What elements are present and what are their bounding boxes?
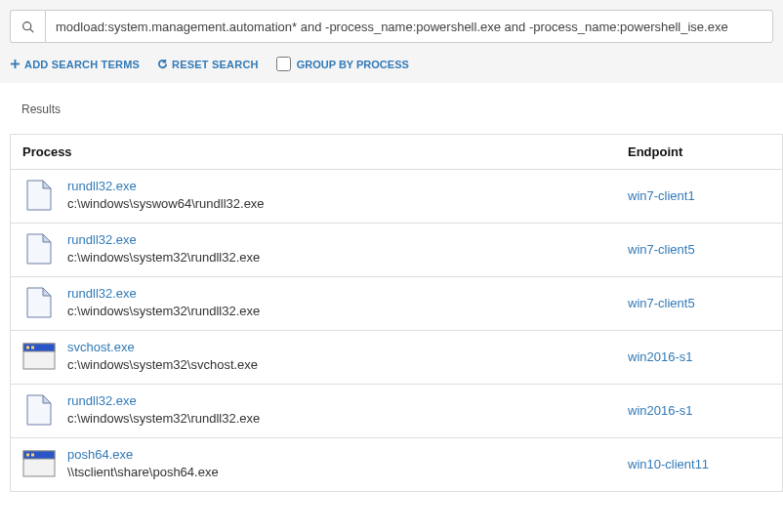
process-name-link[interactable]: posh64.exe — [67, 446, 219, 464]
reset-search-label: RESET SEARCH — [172, 59, 259, 70]
window-icon — [22, 339, 56, 374]
svg-rect-19 — [31, 454, 34, 457]
process-path: c:\windows\system32\rundll32.exe — [67, 249, 260, 266]
process-path: c:\windows\system32\rundll32.exe — [67, 410, 260, 428]
process-path: c:\windows\system32\svchost.exe — [67, 356, 258, 374]
process-cell: posh64.exe\\tsclient\share\posh64.exe — [22, 446, 628, 481]
endpoint-link[interactable]: win7-client5 — [628, 296, 770, 310]
search-icon[interactable] — [10, 10, 45, 43]
process-cell: rundll32.exec:\windows\system32\rundll32… — [22, 285, 628, 320]
process-cell: rundll32.exec:\windows\syswow64\rundll32… — [22, 178, 628, 213]
column-header-process[interactable]: Process — [22, 144, 628, 159]
endpoint-link[interactable]: win7-client5 — [628, 242, 770, 257]
file-icon — [22, 285, 56, 320]
svg-marker-5 — [43, 181, 51, 188]
process-text: rundll32.exec:\windows\system32\rundll32… — [67, 231, 260, 266]
process-name-link[interactable]: rundll32.exe — [67, 285, 260, 303]
process-path: c:\windows\syswow64\rundll32.exe — [67, 195, 265, 213]
process-text: posh64.exe\\tsclient\share\posh64.exe — [67, 446, 219, 480]
add-search-terms-button[interactable]: ADD SEARCH TERMS — [10, 59, 140, 70]
process-name-link[interactable]: rundll32.exe — [67, 178, 265, 195]
process-path: \\tsclient\share\posh64.exe — [67, 464, 219, 481]
table-body: rundll32.exec:\windows\syswow64\rundll32… — [11, 170, 782, 492]
search-input[interactable] — [45, 10, 773, 43]
process-text: rundll32.exec:\windows\system32\rundll32… — [67, 392, 260, 427]
svg-marker-7 — [43, 234, 51, 242]
svg-rect-18 — [26, 454, 29, 457]
group-by-process-checkbox[interactable] — [276, 57, 291, 71]
add-search-terms-label: ADD SEARCH TERMS — [24, 59, 140, 70]
process-text: rundll32.exec:\windows\system32\rundll32… — [67, 285, 260, 319]
file-icon — [22, 392, 56, 428]
svg-marker-15 — [43, 395, 51, 403]
process-text: svchost.exec:\windows\system32\svchost.e… — [67, 339, 258, 373]
group-by-process-toggle[interactable]: GROUP BY PROCESS — [276, 57, 409, 71]
table-row[interactable]: svchost.exec:\windows\system32\svchost.e… — [11, 331, 782, 385]
table-header-row: Process Endpoint — [11, 135, 782, 170]
reset-search-button[interactable]: RESET SEARCH — [157, 59, 259, 70]
action-row: ADD SEARCH TERMS RESET SEARCH GROUP BY P… — [10, 57, 773, 71]
endpoint-link[interactable]: win10-client11 — [628, 457, 770, 471]
svg-rect-12 — [26, 347, 29, 349]
endpoint-link[interactable]: win2016-s1 — [628, 403, 770, 418]
group-by-process-label: GROUP BY PROCESS — [297, 59, 409, 70]
results-table: Process Endpoint rundll32.exec:\windows\… — [10, 134, 783, 492]
table-row[interactable]: rundll32.exec:\windows\system32\rundll32… — [11, 277, 782, 331]
process-name-link[interactable]: svchost.exe — [67, 339, 258, 356]
search-panel: ADD SEARCH TERMS RESET SEARCH GROUP BY P… — [0, 0, 783, 83]
table-row[interactable]: rundll32.exec:\windows\system32\rundll32… — [11, 224, 782, 277]
endpoint-link[interactable]: win7-client1 — [628, 188, 770, 203]
process-text: rundll32.exec:\windows\syswow64\rundll32… — [67, 178, 265, 212]
file-icon — [22, 178, 56, 213]
process-cell: svchost.exec:\windows\system32\svchost.e… — [22, 339, 628, 374]
window-icon — [22, 446, 56, 481]
column-header-endpoint[interactable]: Endpoint — [628, 144, 770, 159]
refresh-icon — [157, 59, 168, 69]
file-icon — [22, 231, 56, 266]
svg-point-0 — [23, 21, 31, 29]
svg-marker-9 — [43, 288, 51, 296]
plus-icon — [10, 59, 21, 69]
process-name-link[interactable]: rundll32.exe — [67, 231, 260, 249]
results-heading: Results — [0, 83, 783, 134]
endpoint-link[interactable]: win2016-s1 — [628, 349, 770, 364]
svg-rect-13 — [31, 347, 34, 349]
process-name-link[interactable]: rundll32.exe — [67, 392, 260, 410]
process-cell: rundll32.exec:\windows\system32\rundll32… — [22, 231, 628, 266]
process-cell: rundll32.exec:\windows\system32\rundll32… — [22, 392, 628, 428]
table-row[interactable]: rundll32.exec:\windows\syswow64\rundll32… — [11, 170, 782, 224]
table-row[interactable]: posh64.exe\\tsclient\share\posh64.exewin… — [11, 438, 782, 492]
svg-line-1 — [30, 28, 33, 31]
process-path: c:\windows\system32\rundll32.exe — [67, 303, 260, 320]
search-row — [10, 10, 773, 43]
table-row[interactable]: rundll32.exec:\windows\system32\rundll32… — [11, 385, 782, 438]
